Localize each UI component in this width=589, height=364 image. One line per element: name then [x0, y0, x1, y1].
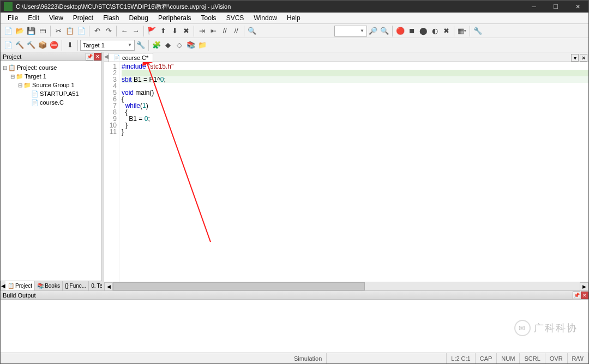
indent-button[interactable]: ⇥	[196, 26, 207, 37]
wechat-icon: ✉	[514, 320, 531, 336]
scroll-thumb[interactable]	[113, 282, 365, 290]
cut-button[interactable]: ✂	[53, 26, 64, 37]
editor-close-button[interactable]: ✕	[580, 54, 587, 62]
code-content[interactable]: #include "stc15.h" sbit B1 = P1^0; void …	[119, 62, 588, 282]
code-editor[interactable]: 1234567891011 #include "stc15.h" sbit B1…	[104, 62, 588, 282]
new-file-button[interactable]: 📄	[3, 26, 14, 37]
window-layout-button[interactable]: ▦▾	[456, 26, 467, 37]
pack-installer-button[interactable]: ◇	[174, 40, 185, 51]
status-num: NUM	[497, 353, 520, 363]
bookmark-prev-button[interactable]: ⬆	[158, 26, 169, 37]
menu-edit[interactable]: Edit	[23, 13, 44, 23]
uncomment-button[interactable]: //	[231, 26, 242, 37]
target-combo[interactable]: Target 1 ▼	[80, 40, 135, 51]
editor-hscroll[interactable]: ◀ ▶	[104, 282, 588, 290]
status-ovr: OVR	[545, 353, 568, 363]
nav-forward-button[interactable]: →	[130, 26, 141, 37]
build-output-header: Build Output 📌 ✕	[1, 291, 588, 300]
project-tree[interactable]: ⊟📋 Project: course ⊟📁 Target 1 ⊟📁 Source…	[1, 61, 101, 281]
build-pin-button[interactable]: 📌	[573, 292, 580, 299]
build-output-title: Build Output	[3, 292, 36, 299]
scroll-left-button[interactable]: ◀	[104, 282, 113, 291]
menu-window[interactable]: Window	[249, 13, 282, 23]
unindent-button[interactable]: ⇤	[208, 26, 219, 37]
close-button[interactable]: ✕	[567, 1, 588, 13]
incremental-find-button[interactable]: 🔍	[379, 26, 390, 37]
build-output-panel: Build Output 📌 ✕ ✉ 广科科协	[1, 290, 588, 353]
panel-tab-project[interactable]: 📋Project	[5, 281, 35, 290]
panel-pin-button[interactable]: 📌	[86, 53, 93, 60]
menu-debug[interactable]: Debug	[124, 13, 153, 23]
project-panel-header: Project 📌 ✕	[1, 52, 101, 61]
batch-build-button[interactable]: 📦	[37, 40, 48, 51]
find-in-files-button[interactable]: 🔍	[247, 26, 257, 37]
manage-project-button[interactable]: 📁	[197, 40, 208, 51]
redo-button[interactable]: ↷	[103, 26, 114, 37]
status-empty	[327, 353, 447, 363]
tree-target: ⊟📁 Target 1	[2, 72, 100, 81]
comment-button[interactable]: //	[219, 26, 230, 37]
build-output-body[interactable]: ✉ 广科科协	[1, 300, 588, 353]
menu-file[interactable]: File	[3, 13, 23, 23]
paste-button[interactable]: 📄	[76, 26, 87, 37]
manage-rte-button[interactable]: 🧩	[151, 40, 162, 51]
status-cap: CAP	[476, 353, 497, 363]
minimize-button[interactable]: ─	[523, 1, 545, 13]
panel-tab-books[interactable]: 📚Books	[35, 281, 63, 290]
menu-project[interactable]: Project	[68, 13, 98, 23]
build-button[interactable]: 🔨	[14, 40, 25, 51]
open-file-button[interactable]: 📂	[14, 26, 25, 37]
main-area: Project 📌 ✕ ⊟📋 Project: course ⊟📁 Target…	[1, 52, 588, 290]
project-panel-title: Project	[3, 53, 21, 60]
menu-svcs[interactable]: SVCS	[221, 13, 249, 23]
menu-tools[interactable]: Tools	[196, 13, 221, 23]
title-bar: C:\Users\96223\Desktop\MCU\STC\STC15W\DI…	[1, 1, 588, 13]
editor-area: ◀ 📄 course.C* ▾ ✕ 1234567891011 #include…	[104, 52, 588, 290]
save-button[interactable]: 💾	[26, 26, 37, 37]
menu-flash[interactable]: Flash	[98, 13, 124, 23]
editor-tab-course[interactable]: 📄 course.C*	[109, 53, 153, 62]
tree-file: 📄 STARTUP.A51	[2, 89, 100, 98]
menu-view[interactable]: View	[44, 13, 68, 23]
breakpoint-toggle-button[interactable]: ◐	[429, 26, 440, 37]
select-packs-button[interactable]: ◆	[163, 40, 173, 51]
status-simulation: Simulation	[290, 353, 327, 363]
breakpoint-button[interactable]: ⬤	[418, 26, 429, 37]
menu-help[interactable]: Help	[282, 13, 305, 23]
undo-button[interactable]: ↶	[92, 26, 103, 37]
toolbar-build: 📄 🔨 🔨 📦 ⛔ ⬇ Target 1 ▼ 🔧 🧩 ◆ ◇ 📚 📁	[1, 38, 588, 52]
bookmark-toggle-button[interactable]: 🚩	[146, 26, 157, 37]
editor-menu-button[interactable]: ▾	[571, 54, 579, 62]
books-button[interactable]: 📚	[185, 40, 196, 51]
breakpoint-kill-button[interactable]: ✖	[441, 26, 452, 37]
find-button[interactable]: 🔎	[368, 26, 378, 37]
panel-tab-functions[interactable]: {}Func...	[63, 281, 89, 290]
rebuild-button[interactable]: 🔨	[26, 40, 37, 51]
tree-group: ⊟📁 Source Group 1	[2, 81, 100, 89]
debug-stop-button[interactable]: ⏹	[406, 26, 417, 37]
bookmark-clear-button[interactable]: ✖	[181, 26, 191, 37]
maximize-button[interactable]: ☐	[545, 1, 567, 13]
download-button[interactable]: ⬇	[64, 40, 75, 51]
target-combo-value: Target 1	[83, 42, 105, 48]
build-close-button[interactable]: ✕	[581, 292, 588, 299]
options-target-button[interactable]: 🔧	[135, 40, 146, 51]
stop-build-button[interactable]: ⛔	[49, 40, 59, 51]
debug-start-button[interactable]: 🔴	[395, 26, 406, 37]
tree-file: 📄 course.C	[2, 98, 100, 107]
bookmark-next-button[interactable]: ⬇	[169, 26, 180, 37]
save-all-button[interactable]: 🗃	[37, 26, 48, 37]
nav-back-button[interactable]: ←	[119, 26, 130, 37]
file-icon: 📄	[113, 54, 120, 60]
panel-close-button[interactable]: ✕	[94, 53, 101, 60]
watermark: ✉ 广科科协	[514, 320, 578, 336]
chevron-down-icon: ▼	[128, 43, 132, 47]
menu-peripherals[interactable]: Peripherals	[153, 13, 196, 23]
scroll-right-button[interactable]: ▶	[580, 282, 588, 291]
status-rw: R/W	[568, 353, 588, 363]
tab-scroll-left[interactable]: ◀	[1, 281, 5, 290]
configure-button[interactable]: 🔧	[472, 26, 483, 37]
copy-button[interactable]: 📋	[64, 26, 75, 37]
search-combo[interactable]: ▼	[334, 26, 367, 37]
translate-button[interactable]: 📄	[3, 40, 14, 51]
